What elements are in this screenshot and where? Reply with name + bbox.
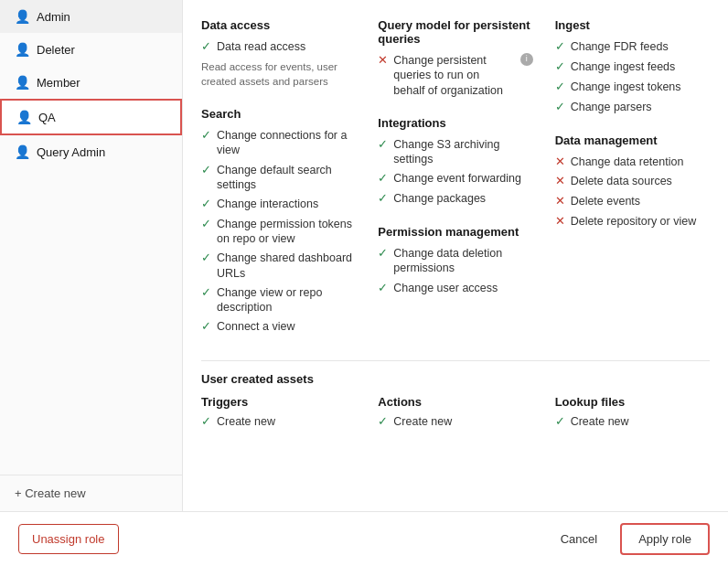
- admin-icon: 👤: [15, 9, 29, 24]
- data-mgmt-item-2: ✕ Delete events: [555, 194, 710, 209]
- user-assets-section: User created assets Triggers ✓ Create ne…: [201, 360, 710, 434]
- search-item-2: ✓ Change interactions: [201, 197, 356, 212]
- query-model-section: Query model for persistent queries ✕ Cha…: [378, 18, 532, 98]
- apply-role-button[interactable]: Apply role: [620, 523, 710, 555]
- ingest-title: Ingest: [555, 18, 710, 32]
- search-item-0: ✓ Change connections for a view: [201, 128, 356, 158]
- lookup-files-col: Lookup files ✓ Create new: [555, 395, 710, 434]
- sidebar-item-qa[interactable]: 👤 QA: [0, 99, 182, 135]
- sidebar-item-label: Query Admin: [37, 145, 105, 159]
- item-text: Create new: [571, 414, 629, 429]
- actions-title: Actions: [378, 395, 532, 409]
- item-text: Change persistent queries to run on beha…: [393, 53, 512, 98]
- check-icon: ✓: [201, 251, 211, 266]
- check-icon: ✓: [201, 163, 211, 178]
- ingest-item-2: ✓ Change ingest tokens: [555, 80, 710, 95]
- search-item-6: ✓ Connect a view: [201, 319, 356, 335]
- check-icon: ✓: [555, 100, 565, 115]
- column-3: Ingest ✓ Change FDR feeds ✓ Change inges…: [555, 18, 710, 353]
- check-icon: ✓: [378, 246, 388, 262]
- qa-icon: 👤: [16, 110, 31, 124]
- item-text: Change interactions: [217, 197, 318, 211]
- data-access-title: Data access: [201, 18, 356, 32]
- columns-layout: Data access ✓ Data read access Read acce…: [201, 18, 710, 353]
- sidebar-item-query-admin[interactable]: 👤 Query Admin: [0, 135, 182, 168]
- ingest-item-3: ✓ Change parsers: [555, 100, 710, 115]
- check-icon: ✓: [555, 414, 565, 430]
- footer: Unassign role Cancel Apply role: [0, 511, 728, 566]
- triggers-title: Triggers: [201, 395, 356, 409]
- item-text: Change view or repo description: [217, 285, 356, 315]
- item-text: Change data deletion permissions: [393, 246, 532, 276]
- item-text: Change packages: [393, 191, 486, 206]
- cross-icon: ✕: [555, 214, 565, 230]
- integrations-item-2: ✓ Change packages: [378, 191, 532, 207]
- check-icon: ✓: [201, 414, 211, 430]
- triggers-item-0: ✓ Create new: [201, 414, 356, 430]
- cross-icon: ✕: [555, 155, 565, 170]
- item-text: Delete data sources: [571, 174, 672, 188]
- item-text: Change data retention: [571, 155, 684, 169]
- item-text: Change ingest tokens: [571, 80, 681, 94]
- permission-management-section: Permission management ✓ Change data dele…: [378, 225, 532, 295]
- check-icon: ✓: [378, 191, 388, 207]
- create-new-label: + Create new: [15, 486, 86, 500]
- check-icon: ✓: [201, 39, 211, 55]
- data-mgmt-item-1: ✕ Delete data sources: [555, 174, 710, 189]
- item-text: Create new: [393, 414, 452, 429]
- permission-item-1: ✓ Change user access: [378, 281, 532, 296]
- item-text: Change parsers: [571, 100, 652, 114]
- search-section: Search ✓ Change connections for a view ✓…: [201, 107, 356, 335]
- create-new-button[interactable]: + Create new: [0, 475, 182, 511]
- unassign-role-button[interactable]: Unassign role: [18, 524, 119, 554]
- column-2: Query model for persistent queries ✕ Cha…: [378, 18, 532, 353]
- cancel-button[interactable]: Cancel: [547, 524, 611, 554]
- item-text: Change permission tokens on repo or view: [217, 217, 356, 247]
- search-item-1: ✓ Change default search settings: [201, 163, 356, 193]
- search-item-5: ✓ Change view or repo description: [201, 285, 356, 315]
- item-text: Change connections for a view: [217, 128, 356, 158]
- check-icon: ✓: [201, 217, 211, 232]
- item-text: Delete repository or view: [571, 214, 697, 229]
- user-assets-title: User created assets: [201, 372, 710, 386]
- content-area: Data access ✓ Data read access Read acce…: [183, 0, 728, 511]
- check-icon: ✓: [201, 319, 211, 335]
- integrations-item-1: ✓ Change event forwarding: [378, 171, 532, 187]
- main-container: 👤 Admin 👤 Deleter 👤 Member 👤 QA 👤 Query …: [0, 0, 728, 511]
- ingest-item-1: ✓ Change ingest feeds: [555, 59, 710, 75]
- query-admin-icon: 👤: [15, 144, 29, 159]
- sidebar-item-admin[interactable]: 👤 Admin: [0, 0, 182, 33]
- info-icon[interactable]: i: [520, 53, 533, 66]
- query-model-title: Query model for persistent queries: [378, 18, 532, 46]
- data-access-item-0: ✓ Data read access: [201, 39, 356, 55]
- member-icon: 👤: [15, 75, 29, 90]
- sidebar-spacer: [0, 168, 182, 475]
- data-management-section: Data management ✕ Change data retention …: [555, 133, 710, 230]
- item-text: Change shared dashboard URLs: [217, 251, 356, 281]
- data-management-title: Data management: [555, 133, 710, 147]
- item-text: Data read access: [217, 39, 305, 54]
- lookup-item-0: ✓ Create new: [555, 414, 710, 430]
- sidebar-item-label: Deleter: [37, 43, 75, 57]
- search-title: Search: [201, 107, 356, 121]
- lookup-files-title: Lookup files: [555, 395, 710, 409]
- integrations-item-0: ✓ Change S3 archiving settings: [378, 137, 532, 167]
- check-icon: ✓: [378, 137, 388, 153]
- item-text: Change event forwarding: [393, 171, 521, 186]
- ingest-section: Ingest ✓ Change FDR feeds ✓ Change inges…: [555, 18, 710, 115]
- sidebar-item-label: Admin: [37, 10, 70, 24]
- check-icon: ✓: [555, 59, 565, 75]
- check-icon: ✓: [201, 285, 211, 301]
- sidebar-item-label: QA: [38, 111, 56, 124]
- column-1: Data access ✓ Data read access Read acce…: [201, 18, 356, 353]
- item-text: Change FDR feeds: [571, 39, 669, 54]
- triggers-col: Triggers ✓ Create new: [201, 395, 356, 434]
- user-assets-grid: Triggers ✓ Create new Actions ✓ Create n…: [201, 395, 710, 434]
- sidebar-item-deleter[interactable]: 👤 Deleter: [0, 33, 182, 66]
- item-text: Change default search settings: [217, 163, 356, 193]
- sidebar-item-member[interactable]: 👤 Member: [0, 66, 182, 99]
- check-icon: ✓: [378, 281, 388, 296]
- check-icon: ✓: [201, 197, 211, 212]
- check-icon: ✓: [378, 414, 388, 430]
- integrations-section: Integrations ✓ Change S3 archiving setti…: [378, 116, 532, 207]
